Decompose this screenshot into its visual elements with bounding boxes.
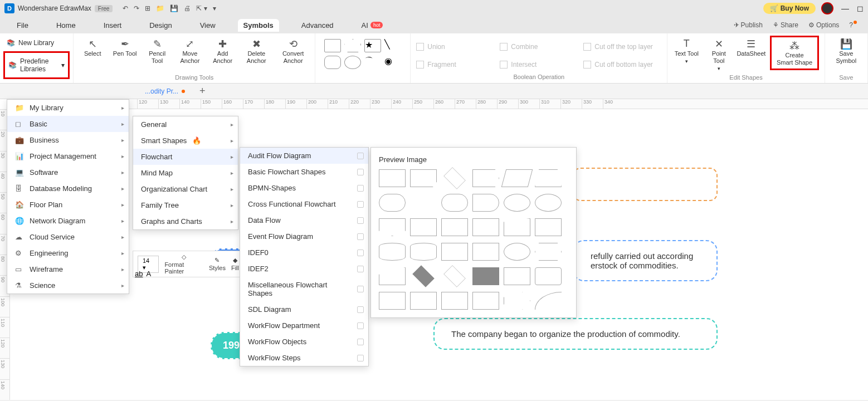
redo-icon[interactable]: ↷ — [134, 4, 139, 12]
preview-shape[interactable] — [504, 243, 530, 261]
shape-star-icon[interactable]: ★ — [364, 39, 381, 52]
tab-symbols[interactable]: Symbols — [238, 19, 279, 32]
preview-shape[interactable] — [535, 292, 562, 310]
checkbox[interactable] — [357, 169, 364, 175]
flowchart-submenu-item[interactable]: Data Flow — [240, 212, 368, 228]
basic-submenu-item[interactable]: Mind Map▸ — [133, 165, 238, 181]
fill-button[interactable]: ◆Fill — [231, 257, 239, 271]
preview-shape[interactable] — [379, 267, 406, 285]
flowchart-submenu-item[interactable]: SDL Diagram — [240, 301, 368, 317]
pencil-tool[interactable]: ✎Pencil Tool — [144, 36, 170, 65]
preview-shape[interactable] — [410, 169, 437, 187]
export-icon[interactable]: ⇱ ▾ — [196, 4, 207, 12]
checkbox[interactable] — [357, 185, 364, 192]
preview-shape[interactable] — [472, 243, 499, 261]
preview-shape[interactable] — [501, 169, 533, 187]
shape-arc-icon[interactable]: ⌒ — [364, 56, 381, 69]
flowchart-submenu-item[interactable]: Event Flow Diagram — [240, 228, 368, 244]
shape-pentagon-icon[interactable] — [344, 39, 361, 52]
preview-shape[interactable] — [535, 169, 562, 187]
basic-submenu-item[interactable]: Organizational Chart▸ — [133, 181, 238, 197]
flowchart-submenu-item[interactable]: WorkFlow Objects — [240, 334, 368, 350]
library-category-item[interactable]: 🗄Database Modeling▸ — [7, 180, 129, 197]
shape-spiral-icon[interactable]: ◉ — [384, 56, 401, 69]
user-avatar[interactable] — [821, 2, 833, 14]
minimize-icon[interactable]: — — [841, 4, 849, 13]
checkbox[interactable] — [357, 153, 364, 159]
text-box-green[interactable]: The company began to organize the produc… — [433, 318, 718, 350]
fragment-button[interactable]: Fragment — [416, 57, 494, 72]
preview-shape[interactable] — [379, 169, 406, 187]
preview-shape[interactable] — [443, 265, 466, 287]
flowchart-submenu-item[interactable]: Miscellaneous Flowchart Shapes — [240, 277, 368, 301]
cut-top-button[interactable]: Cut off the top layer — [583, 39, 661, 55]
preview-shape[interactable] — [410, 292, 437, 310]
save-icon[interactable]: 💾 — [170, 4, 178, 12]
basic-submenu-item[interactable]: Family Tree▸ — [133, 197, 238, 213]
help-icon[interactable]: ? — [849, 21, 857, 29]
tab-ai[interactable]: AIhot — [356, 19, 389, 32]
pen-tool[interactable]: ✒Pen Tool — [111, 36, 138, 57]
shape-rect-icon[interactable] — [324, 39, 341, 52]
checkbox[interactable] — [357, 250, 364, 256]
flowchart-submenu-item[interactable]: IDEF0 — [240, 244, 368, 261]
checkbox[interactable] — [357, 286, 364, 292]
preview-shape[interactable] — [535, 218, 562, 236]
preview-shape[interactable] — [443, 167, 466, 189]
preview-shape[interactable] — [410, 243, 437, 261]
library-category-item[interactable]: 💻Software▸ — [7, 164, 129, 180]
text-box-blue[interactable]: refully carried out according erstock of… — [573, 240, 718, 281]
library-category-item[interactable]: ⚗Science▸ — [7, 277, 129, 294]
shape-circle-icon[interactable] — [344, 56, 361, 69]
delete-anchor-tool[interactable]: ✖Delete Anchor — [242, 36, 271, 65]
print-icon[interactable]: 🖨 — [184, 4, 191, 12]
basic-submenu-item[interactable]: Flowchart▸ — [133, 149, 238, 165]
flowchart-submenu-item[interactable]: Cross Functional Flowchart — [240, 196, 368, 212]
new-tab-button[interactable]: + — [195, 85, 210, 97]
buy-now-button[interactable]: 🛒 Buy Now — [763, 3, 816, 14]
text-color-button[interactable]: A — [146, 270, 151, 278]
basic-submenu-item[interactable]: Graphs and Charts▸ — [133, 213, 238, 229]
options-button[interactable]: ⚙ Options — [808, 21, 839, 29]
tab-file[interactable]: File — [11, 19, 34, 32]
document-tab[interactable]: ...odity Pr... — [139, 85, 191, 97]
select-tool[interactable]: ↖Select — [79, 36, 106, 57]
new-library-button[interactable]: 📚New Library — [3, 37, 70, 49]
convert-anchor-tool[interactable]: ⟲Convert Anchor — [277, 36, 309, 65]
checkbox[interactable] — [357, 322, 364, 329]
library-category-item[interactable]: ☁Cloud Service▸ — [7, 229, 129, 245]
checkbox[interactable] — [357, 306, 364, 313]
publish-button[interactable]: ✈ Publish — [734, 21, 763, 29]
library-category-item[interactable]: 🏠Floor Plan▸ — [7, 197, 129, 213]
preview-shape[interactable] — [504, 292, 530, 310]
tab-advanced[interactable]: Advanced — [296, 19, 339, 32]
library-category-item[interactable]: ▭Wireframe▸ — [7, 261, 129, 277]
flowchart-submenu-item[interactable]: Basic Flowchart Shapes — [240, 164, 368, 180]
preview-shape[interactable] — [472, 267, 499, 285]
styles-button[interactable]: ✎Styles — [209, 257, 226, 271]
union-button[interactable]: Union — [416, 39, 494, 55]
cut-bottom-button[interactable]: Cut off bottom layer — [583, 57, 661, 72]
preview-shape[interactable] — [472, 169, 499, 187]
library-category-item[interactable]: 📊Project Management▸ — [7, 148, 129, 164]
tab-insert[interactable]: Insert — [98, 19, 128, 32]
preview-shape[interactable] — [379, 243, 406, 261]
shape-line-icon[interactable]: ╲ — [384, 39, 401, 52]
preview-shape[interactable] — [441, 292, 468, 310]
preview-shape[interactable] — [504, 267, 530, 285]
preview-shape[interactable] — [441, 243, 468, 261]
shape-roundrect-icon[interactable] — [324, 56, 341, 69]
new-icon[interactable]: ⊞ — [145, 4, 150, 12]
tab-home[interactable]: Home — [51, 19, 81, 32]
preview-shape[interactable] — [441, 194, 468, 212]
preview-shape[interactable] — [504, 194, 530, 212]
library-category-item[interactable]: 💼Business▸ — [7, 132, 129, 148]
preview-shape[interactable] — [535, 194, 562, 212]
library-category-item[interactable]: ⚙Engineering▸ — [7, 245, 129, 261]
tab-view[interactable]: View — [194, 19, 221, 32]
basic-submenu-item[interactable]: General▸ — [133, 116, 238, 133]
preview-shape[interactable] — [379, 218, 406, 236]
checkbox[interactable] — [357, 217, 364, 224]
checkbox[interactable] — [357, 355, 364, 361]
preview-shape[interactable] — [410, 218, 437, 236]
